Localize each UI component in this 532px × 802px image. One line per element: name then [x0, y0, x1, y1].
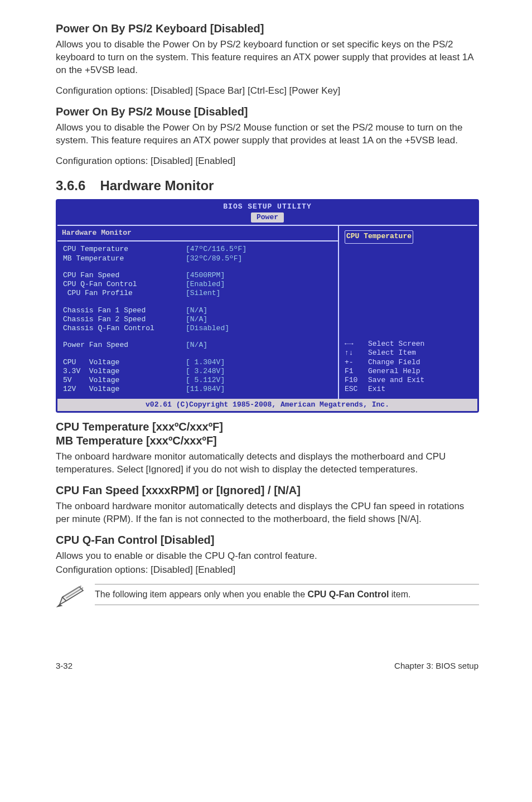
bios-row-label: Power Fan Speed — [63, 341, 186, 350]
bios-section-header: Hardware Monitor — [57, 225, 338, 241]
bios-row-value: [Silent] — [186, 289, 220, 298]
heading-mb-temp: MB Temperature [xxxºC/xxxºF] — [56, 434, 479, 447]
bios-row: CPU Fan Speed[4500RPM] — [63, 271, 333, 280]
para-cpu-qfan-desc: Allows you to enable or disable the CPU … — [56, 550, 479, 563]
heading-cpu-qfan: CPU Q-Fan Control [Disabled] — [56, 534, 479, 547]
bios-active-tab: Power — [251, 212, 284, 223]
bios-row: Chassis Fan 2 Speed[N/A] — [63, 315, 333, 324]
bios-row: Chassis Q-Fan Control[Disabled] — [63, 324, 333, 333]
bios-help-key: ESC — [345, 385, 368, 394]
heading-cpu-fan-speed: CPU Fan Speed [xxxxRPM] or [Ignored] / [… — [56, 484, 479, 497]
bios-row: 3.3V Voltage[ 3.248V] — [63, 367, 333, 376]
chapter-label: Chapter 3: BIOS setup — [394, 661, 478, 670]
bios-row: CPU Fan Profile[Silent] — [63, 289, 333, 298]
bios-help-key: F10 — [345, 376, 368, 385]
bios-tab-row: Power — [57, 211, 477, 225]
bios-row-label: 5V Voltage — [63, 376, 186, 385]
bios-row-label: CPU Temperature — [63, 245, 186, 254]
bios-row-value: [N/A] — [186, 306, 207, 315]
bios-row-value: [11.984V] — [186, 385, 225, 394]
bios-help-key: F1 — [345, 367, 368, 376]
bios-row: Chassis Fan 1 Speed[N/A] — [63, 306, 333, 315]
bios-right-highlight: CPU Temperature — [345, 230, 413, 244]
heading-ps2-keyboard: Power On By PS/2 Keyboard [Disabled] — [56, 22, 479, 35]
bios-row-value: [4500RPM] — [186, 271, 225, 280]
bios-row-label: Chassis Fan 1 Speed — [63, 306, 186, 315]
bios-help-row: ←→Select Screen — [345, 340, 472, 349]
bios-row: 5V Voltage[ 5.112V] — [63, 376, 333, 385]
bios-row: CPU Voltage[ 1.304V] — [63, 358, 333, 367]
bios-row-value: [Enabled] — [186, 280, 225, 289]
bios-help-key: ↑↓ — [345, 349, 368, 357]
bios-row: MB Temperature[32ºC/89.5ºF] — [63, 254, 333, 263]
bios-title: BIOS SETUP UTILITY — [223, 202, 311, 211]
subsection-number: 3.6.6 — [56, 178, 85, 194]
bios-row-value: [N/A] — [186, 315, 207, 324]
note-text: The following item appears only when you… — [95, 584, 479, 605]
bios-row: CPU Q-Fan Control[Enabled] — [63, 280, 333, 289]
para-cpu-qfan-options: Configuration options: [Disabled] [Enabl… — [56, 564, 479, 577]
bios-row-label: Chassis Fan 2 Speed — [63, 315, 186, 324]
heading-ps2-mouse: Power On By PS/2 Mouse [Disabled] — [56, 105, 479, 118]
subsection-title: Hardware Monitor — [100, 178, 214, 193]
bios-row-value: [47ºC/116.5ºF] — [186, 245, 246, 254]
bios-row-label: CPU Fan Profile — [63, 289, 186, 298]
bios-row-label: CPU Fan Speed — [63, 271, 186, 280]
bios-help-text: General Help — [368, 367, 420, 376]
bios-row-label: 3.3V Voltage — [63, 367, 186, 376]
bios-row: 12V Voltage[11.984V] — [63, 385, 333, 394]
bios-screenshot: BIOS SETUP UTILITY Power Hardware Monito… — [56, 199, 479, 413]
note-bold: CPU Q-Fan Control — [308, 590, 389, 599]
bios-help-text: Save and Exit — [368, 376, 424, 385]
page-footer: 3-32 Chapter 3: BIOS setup — [0, 661, 532, 685]
bios-help-row: +- Change Field — [345, 358, 472, 367]
note-suffix: item. — [389, 590, 410, 599]
bios-row-value: [Disabled] — [186, 324, 229, 333]
bios-row-value: [32ºC/89.5ºF] — [186, 254, 242, 263]
pencil-icon — [56, 584, 86, 611]
bios-help-text: Select Item — [368, 349, 416, 357]
note-prefix: The following item appears only when you… — [95, 590, 308, 599]
bios-help-key: +- — [345, 358, 368, 367]
para-temp-desc: The onboard hardware monitor automatical… — [56, 451, 479, 476]
bios-help-text: Select Screen — [368, 340, 424, 349]
subsection-hardware-monitor: 3.6.6Hardware Monitor — [56, 178, 479, 194]
bios-row-value: [ 5.112V] — [186, 376, 225, 385]
para-ps2-mouse-options: Configuration options: [Disabled] [Enabl… — [56, 155, 479, 168]
bios-help-row: ESCExit — [345, 385, 472, 394]
bios-row-label: Chassis Q-Fan Control — [63, 324, 186, 333]
bios-row: Power Fan Speed[N/A] — [63, 341, 333, 350]
bios-help: ←→Select Screen↑↓Select Item+- Change Fi… — [345, 340, 472, 394]
bios-rows: CPU Temperature[47ºC/116.5ºF]MB Temperat… — [57, 241, 338, 398]
bios-left-pane: Hardware Monitor CPU Temperature[47ºC/11… — [57, 225, 338, 399]
bios-row-value: [ 1.304V] — [186, 358, 225, 367]
bios-row: CPU Temperature[47ºC/116.5ºF] — [63, 245, 333, 254]
bios-row-label: 12V Voltage — [63, 385, 186, 394]
para-ps2-keyboard-desc: Allows you to disable the Power On by PS… — [56, 38, 479, 77]
bios-row-label: MB Temperature — [63, 254, 186, 263]
bios-row-label: CPU Q-Fan Control — [63, 280, 186, 289]
note-row: The following item appears only when you… — [56, 584, 479, 611]
heading-cpu-temp: CPU Temperature [xxxºC/xxxºF] — [56, 421, 479, 433]
bios-help-text: Exit — [368, 385, 385, 394]
bios-title-bar: BIOS SETUP UTILITY — [57, 201, 477, 211]
bios-help-row: ↑↓Select Item — [345, 349, 472, 357]
bios-help-text: Change Field — [368, 358, 420, 367]
bios-row-value: [N/A] — [186, 341, 207, 350]
page-number: 3-32 — [56, 661, 72, 670]
bios-help-key: ←→ — [345, 340, 368, 349]
para-ps2-mouse-desc: Allows you to disable the Power On by PS… — [56, 122, 479, 147]
bios-footer: v02.61 (C)Copyright 1985-2008, American … — [57, 399, 477, 411]
bios-help-row: F10Save and Exit — [345, 376, 472, 385]
para-cpu-fan-speed-desc: The onboard hardware monitor automatical… — [56, 500, 479, 526]
bios-help-row: F1General Help — [345, 367, 472, 376]
bios-row-value: [ 3.248V] — [186, 367, 225, 376]
para-ps2-keyboard-options: Configuration options: [Disabled] [Space… — [56, 85, 479, 98]
bios-row-label: CPU Voltage — [63, 358, 186, 367]
bios-right-pane: CPU Temperature ←→Select Screen↑↓Select … — [338, 225, 477, 399]
